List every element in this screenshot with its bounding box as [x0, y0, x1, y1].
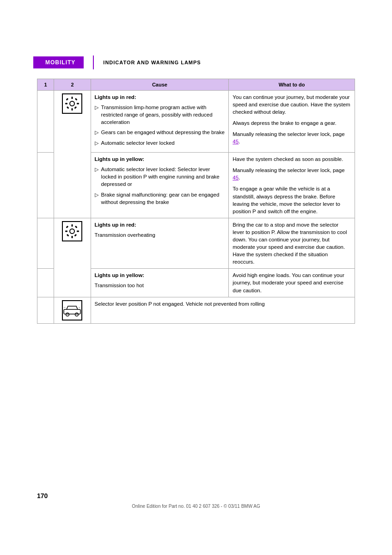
row4-lights-label: Lights up in yellow: — [95, 271, 225, 279]
table-row: ← → Selector lever position P not engage… — [37, 297, 355, 323]
col-header-cause: Cause — [91, 79, 229, 91]
svg-rect-15 — [74, 234, 77, 237]
row2-lights-label: Lights up in yellow: — [95, 155, 225, 163]
header-divider — [93, 56, 94, 69]
row1-lights-label: Lights up in red: — [95, 93, 225, 101]
svg-rect-17 — [67, 234, 69, 237]
svg-rect-6 — [74, 106, 77, 109]
table-row: Lights up in red: ▷ Transmission limp-ho… — [37, 91, 355, 153]
col-header-2: 2 — [54, 79, 91, 91]
row3-what-text: Bring the car to a stop and move the sel… — [233, 221, 351, 266]
svg-rect-10 — [72, 224, 73, 227]
bullet-arrow-4: ▷ — [95, 166, 98, 173]
row2-cause-cell: Lights up in yellow: ▷ Automatic selecto… — [91, 153, 229, 218]
row2-bullet-2: ▷ Brake signal malfunctioning: gear can … — [95, 191, 225, 206]
car-icon-box: ← → — [62, 300, 82, 321]
gear-icon-box — [62, 93, 82, 114]
row1-what-3: Manually releasing the selector lever lo… — [233, 130, 351, 145]
row3-cause-cell: Lights up in red: Transmission overheati… — [91, 218, 229, 269]
svg-point-19 — [66, 313, 69, 316]
row2-what-1: Manually releasing the selector lever lo… — [233, 166, 351, 181]
row3-what-cell: Bring the car to a stop and move the sel… — [229, 218, 355, 269]
page: MOBILITY INDICATOR AND WARNING LAMPS 1 2… — [0, 0, 392, 555]
svg-rect-7 — [75, 98, 78, 101]
row5-icon-cell: ← → — [54, 297, 91, 323]
row4-what-text: Avoid high engine loads. You can continu… — [233, 271, 351, 294]
gear-icon-2 — [65, 224, 80, 239]
svg-rect-4 — [77, 103, 79, 105]
row3-icon-cell — [54, 218, 91, 297]
svg-rect-1 — [72, 97, 73, 99]
row5-cause-cell: Selector lever position P not engaged. V… — [91, 297, 355, 323]
svg-rect-13 — [77, 230, 79, 232]
row5-col1 — [37, 297, 54, 323]
row1-bullet-2-text: Gears can be engaged without depressing … — [101, 129, 225, 136]
gear-icon — [65, 96, 80, 111]
svg-rect-11 — [72, 236, 73, 238]
row4-cause-text: Transmission too hot — [95, 283, 144, 288]
row2-what-cell: Have the system checked as soon as possi… — [229, 153, 355, 218]
row2-bullet-2-text: Brake signal malfunctioning: gear can be… — [101, 191, 225, 206]
svg-point-20 — [75, 313, 79, 316]
row1-bullet-3: ▷ Automatic selector lever locked — [95, 139, 225, 147]
svg-rect-8 — [67, 106, 69, 109]
row4-col1 — [37, 269, 54, 297]
gear-icon-box-2 — [62, 221, 82, 241]
col-header-what: What to do — [229, 79, 355, 91]
svg-text:←: ← — [63, 306, 67, 309]
row1-what-cell: You can continue your journey, but moder… — [229, 91, 355, 153]
section-title: INDICATOR AND WARNING LAMPS — [103, 60, 201, 65]
svg-text:→: → — [78, 306, 81, 309]
row1-what-1: You can continue your journey, but moder… — [233, 93, 351, 116]
row1-what-2: Always depress the brake to engage a gea… — [233, 119, 351, 127]
bullet-arrow-2: ▷ — [95, 129, 98, 136]
row1-icon-cell — [54, 91, 91, 218]
row1-bullet-1: ▷ Transmission limp-home program active … — [95, 104, 225, 126]
svg-rect-12 — [65, 230, 67, 232]
row2-what-2: To engage a gear while the vehicle is at… — [233, 185, 351, 215]
table-row: Lights up in red: Transmission overheati… — [37, 218, 355, 269]
svg-rect-2 — [72, 108, 73, 111]
row1-bullet-3-text: Automatic selector lever locked — [101, 139, 225, 147]
bullet-arrow-5: ▷ — [95, 191, 98, 198]
row4-cause-cell: Lights up in yellow: Transmission too ho… — [91, 269, 229, 297]
svg-rect-14 — [66, 226, 69, 228]
svg-rect-3 — [65, 103, 67, 105]
page-header: MOBILITY INDICATOR AND WARNING LAMPS — [0, 0, 392, 79]
mobility-label: MOBILITY — [45, 59, 75, 66]
page45-link-1[interactable]: 45 — [233, 139, 239, 144]
footer-text: Online Edition for Part no. 01 40 2 607 … — [0, 504, 392, 509]
row1-bullet-2: ▷ Gears can be engaged without depressin… — [95, 129, 225, 136]
row5-cause-text: Selector lever position P not engaged. V… — [95, 301, 265, 307]
bullet-arrow-3: ▷ — [95, 140, 98, 147]
row1-col1 — [37, 91, 54, 153]
page-number: 170 — [37, 492, 48, 500]
page45-link-2[interactable]: 45 — [233, 175, 239, 180]
row4-what-cell: Avoid high engine loads. You can continu… — [229, 269, 355, 297]
row3-lights-label: Lights up in red: — [95, 221, 225, 228]
svg-point-0 — [70, 101, 74, 106]
svg-point-9 — [70, 229, 74, 234]
row1-bullet-1-text: Transmission limp-home program active wi… — [101, 104, 225, 126]
row2-what-preamble: Have the system checked as soon as possi… — [233, 155, 351, 163]
row2-bullet-1: ▷ Automatic selector lever locked: Selec… — [95, 166, 225, 188]
bullet-arrow-1: ▷ — [95, 104, 98, 111]
row3-cause-text: Transmission overheating — [95, 232, 155, 238]
row3-col1 — [37, 218, 54, 269]
row2-col1 — [37, 153, 54, 218]
main-table: 1 2 Cause What to do — [37, 79, 355, 324]
svg-rect-5 — [66, 98, 69, 101]
col-header-1: 1 — [37, 79, 54, 91]
svg-rect-16 — [75, 226, 78, 228]
row2-bullet-1-text: Automatic selector lever locked: Selecto… — [101, 166, 225, 188]
row1-cause-cell: Lights up in red: ▷ Transmission limp-ho… — [91, 91, 229, 153]
car-icon: ← → — [63, 304, 81, 317]
mobility-tab: MOBILITY — [37, 56, 84, 68]
